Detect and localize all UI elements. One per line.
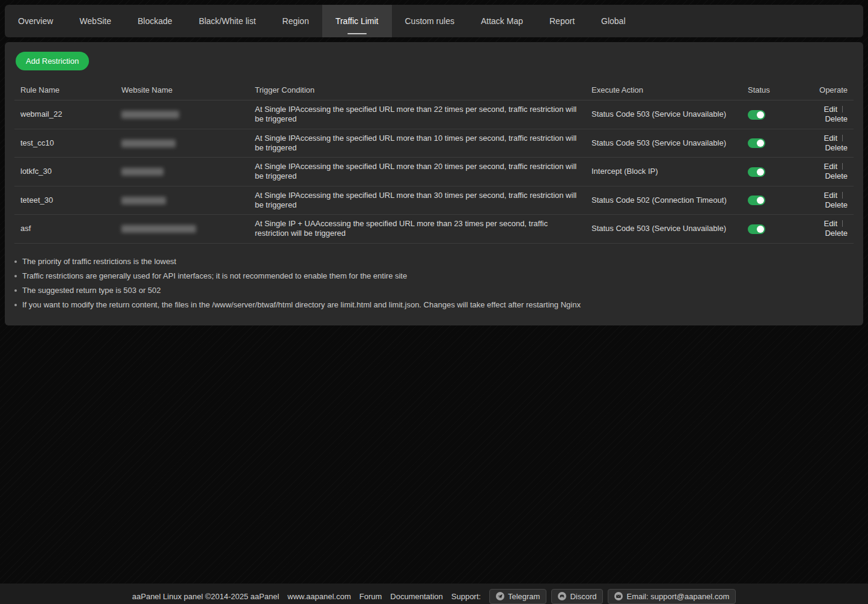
table-header-row: Rule Name Website Name Trigger Condition… [14, 80, 854, 100]
website-name-redacted [121, 168, 164, 176]
tab-traffic-limit[interactable]: Traffic Limit [322, 5, 392, 37]
execute-action: Status Code 502 (Connection Timeout) [585, 186, 742, 215]
edit-button[interactable]: Edit [824, 134, 837, 143]
status-toggle[interactable] [748, 138, 765, 148]
website-name-redacted [121, 225, 196, 233]
status-toggle[interactable] [748, 110, 765, 120]
telegram-icon [496, 592, 504, 600]
trigger-condition: At Single IPAccessing the specified URL … [249, 100, 585, 129]
traffic-limit-panel: Add Restriction Rule Name Website Name T… [5, 42, 863, 325]
rules-table: Rule Name Website Name Trigger Condition… [14, 80, 854, 244]
status-toggle[interactable] [748, 196, 765, 205]
tab-custom-rules[interactable]: Custom rules [392, 5, 468, 37]
support-label: Support: [451, 592, 481, 601]
delete-button[interactable]: Delete [825, 171, 848, 180]
rule-name: lotkfc_30 [14, 158, 115, 186]
col-header-rule-name: Rule Name [14, 80, 115, 100]
rule-name: webmail_22 [14, 100, 115, 129]
status-toggle[interactable] [748, 167, 765, 177]
operate-divider [842, 135, 843, 141]
website-name-redacted [121, 140, 176, 147]
execute-action: Status Code 503 (Service Unavailable) [585, 100, 742, 129]
table-row: test_cc10 At Single IPAccessing the spec… [14, 129, 854, 158]
delete-button[interactable]: Delete [825, 229, 848, 238]
telegram-button[interactable]: Telegram [489, 589, 546, 604]
execute-action: Intercept (Block IP) [585, 158, 742, 186]
tab-region[interactable]: Region [269, 5, 322, 37]
tab-global[interactable]: Global [588, 5, 638, 37]
tab-blockade[interactable]: Blockade [124, 5, 186, 37]
rule-name: test_cc10 [14, 129, 115, 158]
table-row: lotkfc_30 At Single IPAccessing the spec… [14, 158, 854, 186]
execute-action: Status Code 503 (Service Unavailable) [585, 129, 742, 158]
footer: aaPanel Linux panel ©2014-2025 aaPanel w… [0, 584, 868, 604]
status-toggle[interactable] [748, 224, 765, 234]
tab-black-white-list[interactable]: Black/White list [186, 5, 269, 37]
table-row: teteet_30 At Single IPAccessing the spec… [14, 186, 854, 215]
email-label: Email: support@aapanel.com [626, 592, 729, 601]
delete-button[interactable]: Delete [825, 143, 848, 152]
col-header-trigger-condition: Trigger Condition [249, 80, 585, 100]
tab-report[interactable]: Report [536, 5, 588, 37]
page: Overview WebSite Blockade Black/White li… [0, 5, 868, 604]
trigger-condition: At Single IPAccessing the specified URL … [249, 186, 585, 215]
table-row: webmail_22 At Single IPAccessing the spe… [14, 100, 854, 129]
operate-divider [842, 220, 843, 227]
note-item: The suggested return type is 503 or 502 [14, 283, 854, 298]
forum-link[interactable]: Forum [359, 592, 382, 601]
aapanel-site-link[interactable]: www.aapanel.com [287, 592, 351, 601]
col-header-execute-action: Execute Action [585, 80, 742, 100]
edit-button[interactable]: Edit [824, 219, 837, 228]
edit-button[interactable]: Edit [824, 105, 837, 114]
trigger-condition: At Single IPAccessing the specified URL … [249, 129, 585, 158]
operate-divider [842, 163, 843, 170]
discord-label: Discord [570, 592, 596, 601]
delete-button[interactable]: Delete [825, 114, 848, 123]
rule-name: asf [14, 215, 115, 244]
notes-list: The priority of traffic restrictions is … [14, 254, 854, 312]
execute-action: Status Code 503 (Service Unavailable) [585, 215, 742, 244]
tab-bar: Overview WebSite Blockade Black/White li… [5, 5, 863, 37]
col-header-status: Status [742, 80, 802, 100]
copyright-text: aaPanel Linux panel ©2014-2025 aaPanel [132, 592, 280, 601]
add-restriction-button[interactable]: Add Restriction [16, 52, 89, 70]
email-button[interactable]: Email: support@aapanel.com [608, 589, 736, 604]
operate-divider [842, 192, 843, 199]
col-header-operate: Operate [802, 80, 854, 100]
support-buttons: Telegram Discord [489, 589, 736, 604]
discord-icon [558, 592, 566, 600]
edit-button[interactable]: Edit [824, 191, 837, 200]
operate-divider [842, 106, 843, 112]
edit-button[interactable]: Edit [824, 162, 837, 171]
note-item: Traffic restrictions are generally used … [14, 269, 854, 283]
website-name-redacted [121, 111, 179, 119]
rule-name: teteet_30 [14, 186, 115, 215]
email-icon [614, 592, 623, 600]
note-item: If you want to modify the return content… [14, 298, 854, 312]
discord-button[interactable]: Discord [551, 589, 603, 604]
delete-button[interactable]: Delete [825, 200, 848, 209]
trigger-condition: At Single IPAccessing the specified URL … [249, 158, 585, 186]
website-name-redacted [121, 197, 166, 205]
tab-website[interactable]: WebSite [66, 5, 124, 37]
table-row: asf At Single IP + UAAccessing the speci… [14, 215, 854, 244]
documentation-link[interactable]: Documentation [390, 592, 442, 601]
telegram-label: Telegram [508, 592, 540, 601]
tab-attack-map[interactable]: Attack Map [468, 5, 536, 37]
tab-overview[interactable]: Overview [5, 5, 66, 37]
note-item: The priority of traffic restrictions is … [14, 254, 854, 269]
col-header-website-name: Website Name [115, 80, 249, 100]
trigger-condition: At Single IP + UAAccessing the specified… [249, 215, 585, 244]
